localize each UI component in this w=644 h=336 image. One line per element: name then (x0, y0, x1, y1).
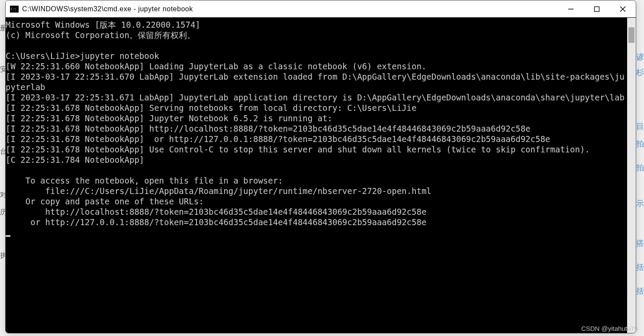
terminal-area: Microsoft Windows [版本 10.0.22000.1574] (… (6, 18, 636, 333)
bg-right-char: 拍 (636, 162, 644, 173)
cmd-window: C:\WINDOWS\system32\cmd.exe - jupyter no… (5, 0, 636, 333)
minimize-icon (568, 6, 574, 12)
svg-rect-1 (595, 6, 599, 11)
bg-left-char: 册 (0, 24, 5, 33)
cmd-icon (10, 6, 19, 13)
window-controls (558, 0, 636, 17)
bg-right-char: 搭 (636, 238, 644, 249)
terminal-output[interactable]: Microsoft Windows [版本 10.0.22000.1574] (… (6, 18, 627, 333)
bg-left-char: 安 (0, 65, 5, 74)
cursor (6, 235, 10, 237)
maximize-button[interactable] (584, 0, 610, 17)
bg-right-char: 拍 (636, 139, 644, 149)
bg-left-char: 执 (0, 251, 5, 260)
window-title: C:\WINDOWS\system32\cmd.exe - jupyter no… (22, 5, 558, 13)
scrollbar-thumb[interactable] (628, 27, 634, 43)
watermark: CSDN @yitahutu79 (581, 325, 638, 332)
bg-right-char: 目 (636, 121, 644, 132)
bg-right-char: 示 (636, 198, 644, 209)
scrollbar-track[interactable] (627, 18, 636, 333)
close-icon (620, 6, 626, 12)
titlebar[interactable]: C:\WINDOWS\system32\cmd.exe - jupyter no… (6, 0, 636, 18)
bg-right-char: 谚 (636, 52, 644, 62)
bg-right-char: 括 (636, 262, 644, 272)
maximize-icon (594, 6, 600, 12)
bg-left-char: 历 (0, 208, 5, 217)
bg-left-char: 对 (0, 191, 5, 200)
bg-right-char: 杉 (636, 67, 644, 78)
bg-left-char: 台 (0, 147, 5, 156)
bg-right-char: 括 (636, 286, 644, 296)
minimize-button[interactable] (558, 0, 584, 17)
close-button[interactable] (610, 0, 636, 17)
